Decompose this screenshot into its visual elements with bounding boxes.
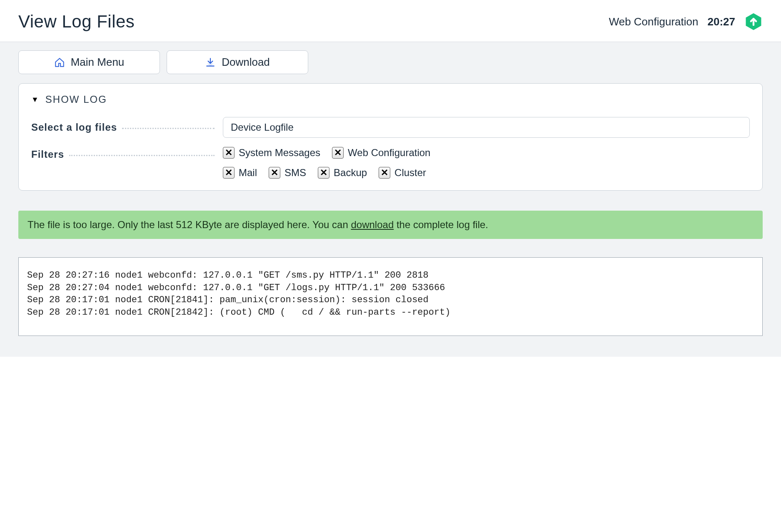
log-output[interactable]: Sep 28 20:27:16 node1 webconfd: 127.0.0.… [18,257,763,336]
toolbar: Main Menu Download [18,50,763,74]
filter-label: Web Configuration [348,147,430,159]
filter-web-configuration[interactable]: ✕ Web Configuration [332,147,430,159]
status-up-icon [744,12,763,31]
filters-area: ✕ System Messages ✕ Web Configuration ✕ … [223,147,750,179]
main-menu-button[interactable]: Main Menu [18,50,160,74]
filter-mail[interactable]: ✕ Mail [223,167,257,179]
notice-download-link[interactable]: download [351,219,394,230]
checkbox-icon: ✕ [223,167,235,179]
checkbox-icon: ✕ [318,167,329,179]
checkbox-icon: ✕ [332,147,344,159]
header-time: 20:27 [708,15,736,28]
filter-backup[interactable]: ✕ Backup [318,167,367,179]
logfile-select-value: Device Logfile [231,122,294,133]
filter-sms[interactable]: ✕ SMS [269,167,306,179]
panel-toggle[interactable]: ▼ SHOW LOG [31,94,750,105]
filters-row: Filters ✕ System Messages ✕ Web Configur… [31,147,750,179]
page-header: View Log Files Web Configuration 20:27 [0,0,781,42]
filters-label: Filters [31,149,223,160]
filter-system-messages[interactable]: ✕ System Messages [223,147,320,159]
download-button[interactable]: Download [167,50,308,74]
filter-label: SMS [284,167,306,179]
checkbox-icon: ✕ [379,167,390,179]
filter-label: Backup [334,167,367,179]
panel-heading: SHOW LOG [45,94,107,105]
download-icon [205,57,216,68]
filter-label: Cluster [394,167,426,179]
file-too-large-notice: The file is too large. Only the last 512… [18,211,763,239]
header-context: Web Configuration [609,15,699,28]
checkbox-icon: ✕ [223,147,235,159]
dotted-leader [122,128,215,129]
filter-label: System Messages [239,147,320,159]
notice-text-post: the complete log file. [394,219,488,230]
checkbox-icon: ✕ [269,167,280,179]
triangle-down-icon: ▼ [31,95,40,104]
page-title: View Log Files [18,12,135,32]
select-log-row: Select a log files Device Logfile [31,117,750,138]
logfile-select[interactable]: Device Logfile [223,117,750,138]
notice-text-pre: The file is too large. Only the last 512… [27,219,351,230]
select-log-label: Select a log files [31,122,223,133]
content-area: Main Menu Download ▼ SHOW LOG Select a l… [0,42,781,357]
header-right: Web Configuration 20:27 [609,12,763,31]
dotted-leader [69,155,215,156]
main-menu-label: Main Menu [71,56,125,69]
download-label: Download [222,56,270,69]
filter-cluster[interactable]: ✕ Cluster [379,167,426,179]
home-icon [54,57,65,68]
filter-label: Mail [239,167,257,179]
show-log-panel: ▼ SHOW LOG Select a log files Device Log… [18,83,763,191]
